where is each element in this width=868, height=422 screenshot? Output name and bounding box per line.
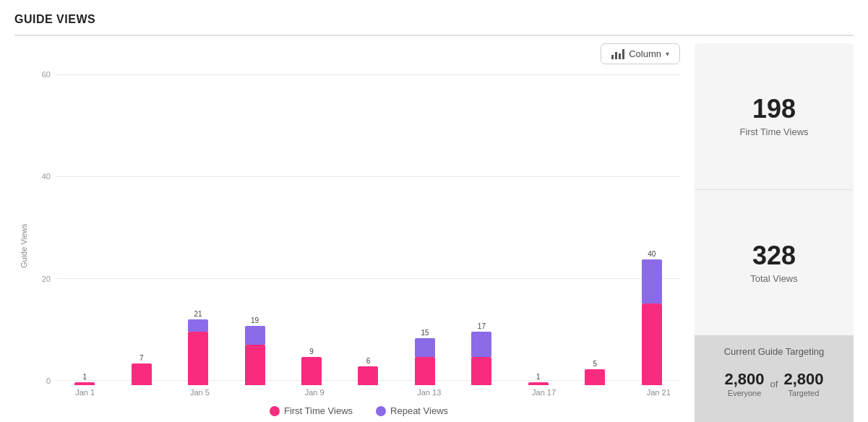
bars-container: 1721199615171540 xyxy=(56,70,680,385)
bar-first-time-segment xyxy=(642,303,662,385)
total-views-label: Total Views xyxy=(750,273,798,284)
bar-total-label: 40 xyxy=(648,251,656,258)
bar-stack: 5 xyxy=(585,361,605,385)
bar-first-time-segment xyxy=(74,382,95,385)
chart-wrapper: Guide Views 6040200 1721199615171540 Jan… xyxy=(14,70,687,422)
bar-chart-icon xyxy=(611,49,624,59)
bar-first-time-segment xyxy=(301,357,322,385)
page-container: GUIDE VIEWS Column ▾ Guide Views xyxy=(0,0,868,422)
chart-type-label: Column xyxy=(629,48,661,59)
bar-first-time-segment xyxy=(528,382,549,385)
x-axis-label: Jan 9 xyxy=(285,388,343,397)
bar-stack: 7 xyxy=(132,355,152,385)
bar-stack: 1 xyxy=(528,374,549,385)
repeat-dot xyxy=(376,406,386,416)
targeting-everyone-col: 2,800 Everyone xyxy=(725,370,765,397)
x-axis-label xyxy=(572,388,629,397)
bar-first-time-segment xyxy=(132,363,152,385)
bar-repeat-segment xyxy=(642,259,662,303)
first-time-views-value: 198 xyxy=(752,95,796,124)
bar-first-time-segment xyxy=(585,369,605,385)
bar-first-time-segment xyxy=(245,345,265,385)
bar-stack: 6 xyxy=(358,358,378,385)
chart-type-button[interactable]: Column ▾ xyxy=(601,43,680,64)
bar-repeat-segment xyxy=(188,319,208,332)
chart-area: Column ▾ Guide Views 6040200 17211996151… xyxy=(14,36,687,422)
bar-stack: 19 xyxy=(245,317,265,385)
chevron-down-icon: ▾ xyxy=(666,50,669,58)
bar-stack: 40 xyxy=(642,251,662,385)
bar-stack: 1 xyxy=(74,374,95,385)
bar-group: 9 xyxy=(283,70,340,385)
first-time-label: First Time Views xyxy=(284,405,353,416)
bar-total-label: 6 xyxy=(366,358,371,365)
bar-stack: 15 xyxy=(415,330,435,385)
chart-toolbar: Column ▾ xyxy=(14,43,687,64)
total-views-box: 328 Total Views xyxy=(695,190,854,336)
x-axis-label xyxy=(113,388,171,397)
bar-stack: 17 xyxy=(471,323,491,385)
grid-line-label: 60 xyxy=(30,70,51,79)
bar-total-label: 5 xyxy=(593,361,598,368)
bar-first-time-segment xyxy=(358,366,378,385)
x-axis-label: Jan 5 xyxy=(171,388,228,397)
bar-group: 21 xyxy=(170,70,226,385)
bar-group: 15 xyxy=(397,70,453,385)
page-title: GUIDE VIEWS xyxy=(14,13,95,25)
grid-line-label: 40 xyxy=(30,172,51,181)
targeting-everyone-value: 2,800 xyxy=(725,370,765,389)
bar-total-label: 9 xyxy=(309,348,314,356)
targeting-box: Current Guide Targeting 2,800 Everyone o… xyxy=(695,335,854,422)
y-axis-label: Guide Views xyxy=(14,70,30,422)
sidebar: 198 First Time Views 328 Total Views Cur… xyxy=(695,43,854,422)
bar-repeat-segment xyxy=(471,332,491,357)
x-axis-label: Jan 21 xyxy=(630,388,687,397)
x-axis-label xyxy=(458,388,515,397)
bar-first-time-segment xyxy=(471,357,491,385)
bar-group: 40 xyxy=(624,70,680,385)
x-axis-label: Jan 13 xyxy=(400,388,457,397)
first-time-views-box: 198 First Time Views xyxy=(695,43,854,190)
bar-first-time-segment xyxy=(415,357,435,385)
bar-total-label: 21 xyxy=(194,311,202,318)
bar-group: 1 xyxy=(56,70,113,385)
title-bar: GUIDE VIEWS xyxy=(14,0,854,36)
targeting-targeted-col: 2,800 Targeted xyxy=(783,370,823,397)
bar-total-label: 7 xyxy=(139,355,144,362)
bar-group: 7 xyxy=(113,70,169,385)
targeting-of: of xyxy=(770,379,778,389)
bar-stack: 9 xyxy=(301,348,322,385)
legend: First Time Views Repeat Views xyxy=(30,397,687,422)
chart-inner: 6040200 1721199615171540 Jan 1Jan 5Jan 9… xyxy=(30,70,687,422)
grid-line-label: 0 xyxy=(30,376,51,385)
bar-group: 17 xyxy=(453,70,510,385)
bar-repeat-segment xyxy=(245,326,265,345)
bar-total-label: 15 xyxy=(421,330,429,337)
first-time-views-label: First Time Views xyxy=(739,126,808,137)
targeting-title: Current Guide Targeting xyxy=(724,345,825,358)
bar-total-label: 1 xyxy=(536,374,541,381)
first-time-dot xyxy=(270,406,280,416)
bar-total-label: 17 xyxy=(478,323,486,330)
x-axis: Jan 1Jan 5Jan 9Jan 13Jan 17Jan 21 xyxy=(30,388,687,397)
bar-group: 6 xyxy=(340,70,396,385)
targeting-targeted-value: 2,800 xyxy=(783,370,823,389)
x-axis-label: Jan 1 xyxy=(56,388,113,397)
targeting-targeted-label: Targeted xyxy=(788,389,820,397)
bar-repeat-segment xyxy=(415,338,435,357)
legend-first-time: First Time Views xyxy=(270,405,353,416)
bar-first-time-segment xyxy=(188,332,208,385)
x-axis-label xyxy=(343,388,400,397)
bar-total-label: 19 xyxy=(251,317,259,324)
targeting-numbers: 2,800 Everyone of 2,800 Targeted xyxy=(725,370,824,397)
legend-repeat: Repeat Views xyxy=(376,405,448,416)
main-content: Column ▾ Guide Views 6040200 17211996151… xyxy=(14,36,854,422)
total-views-value: 328 xyxy=(752,241,796,270)
bar-group: 1 xyxy=(510,70,567,385)
x-axis-label xyxy=(228,388,285,397)
bar-group: 5 xyxy=(567,70,623,385)
bar-stack: 21 xyxy=(188,311,208,385)
grid-line-label: 20 xyxy=(30,275,51,283)
targeting-everyone-label: Everyone xyxy=(728,389,761,397)
bar-group: 19 xyxy=(226,70,283,385)
